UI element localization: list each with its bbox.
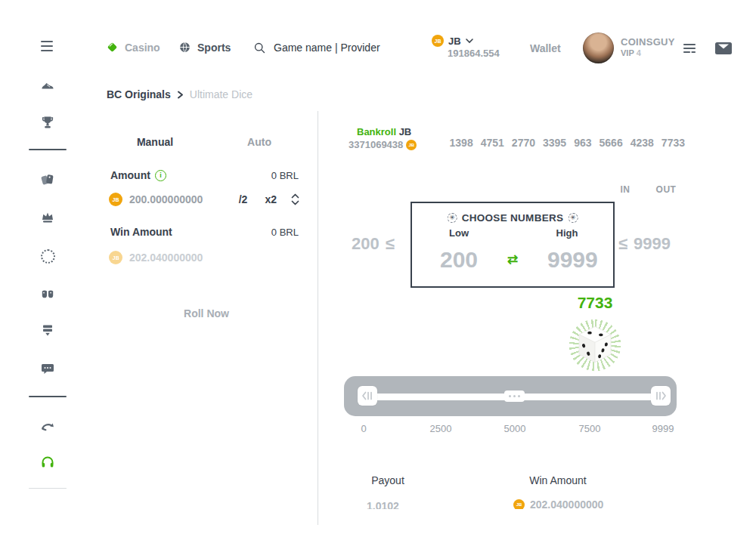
chooser-title: CHOOSE NUMBERS bbox=[462, 212, 564, 224]
bet-in-toggle[interactable]: IN bbox=[621, 184, 631, 195]
account-ticker: JB bbox=[448, 35, 461, 47]
history-item[interactable]: 7733 bbox=[662, 137, 685, 149]
tab-manual[interactable]: Manual bbox=[137, 136, 173, 148]
promotions-tags-icon[interactable] bbox=[40, 171, 55, 187]
lower-bound-value: 200 bbox=[352, 234, 380, 254]
currency-selector[interactable]: JB JB bbox=[432, 35, 473, 47]
sidebar-divider bbox=[29, 149, 67, 150]
wallet-button[interactable]: Wallet bbox=[530, 42, 561, 54]
coin-icon: JB bbox=[406, 140, 417, 150]
bc-originals-icon[interactable] bbox=[40, 248, 55, 264]
chevron-down-icon bbox=[466, 38, 473, 44]
vip-label: VIP bbox=[621, 48, 634, 57]
sports-ball-icon bbox=[178, 41, 191, 54]
win-amount-value: 202.040000000 bbox=[129, 252, 203, 264]
amount-fiat: 0 BRL bbox=[271, 170, 299, 181]
bankroll-ticker: JB bbox=[399, 126, 412, 137]
search-icon bbox=[253, 42, 266, 54]
half-bet-button[interactable]: /2 bbox=[239, 193, 248, 205]
balance: 191864.554 bbox=[448, 48, 500, 59]
low-input[interactable]: 200 bbox=[440, 247, 478, 273]
info-icon[interactable]: i bbox=[155, 170, 166, 181]
slider-low-handle[interactable] bbox=[358, 386, 377, 406]
sidebar-divider bbox=[29, 396, 67, 397]
history-item[interactable]: 1398 bbox=[450, 137, 473, 149]
vip-badge: VIP 4 bbox=[621, 48, 641, 57]
coin-icon: JB bbox=[109, 251, 122, 264]
history-item[interactable]: 4238 bbox=[631, 137, 654, 149]
slider-high-handle[interactable] bbox=[651, 386, 671, 406]
high-input[interactable]: 9999 bbox=[547, 247, 597, 273]
tick-label: 2500 bbox=[430, 423, 452, 434]
viewport-clip bbox=[321, 509, 756, 534]
menu-icon[interactable] bbox=[41, 41, 53, 51]
panel-divider bbox=[318, 111, 318, 525]
dice-icon bbox=[574, 323, 616, 366]
avatar[interactable] bbox=[583, 32, 614, 63]
double-bet-button[interactable]: x2 bbox=[265, 193, 277, 205]
bankroll-selector[interactable]: Bankroll JB bbox=[357, 126, 411, 137]
support-headphones-icon[interactable] bbox=[40, 454, 55, 469]
slider-middle-handle[interactable] bbox=[504, 390, 525, 402]
amount-row-label: Amount i bbox=[110, 169, 166, 181]
roll-history: 1398 4751 2770 3395 963 5666 4238 7733 bbox=[454, 137, 685, 149]
upper-bound-value: 9999 bbox=[634, 234, 671, 254]
breadcrumb-root[interactable]: BC Originals bbox=[107, 88, 171, 100]
chat-icon[interactable] bbox=[40, 361, 55, 376]
nav-casino[interactable]: Casino bbox=[106, 41, 160, 54]
vip-level: 4 bbox=[637, 48, 641, 57]
chevron-right-icon bbox=[177, 91, 184, 99]
bankroll-value-row: 3371069438 JB bbox=[349, 139, 417, 150]
chevron-up-icon bbox=[291, 193, 299, 199]
sports-shoe-icon[interactable] bbox=[40, 78, 55, 93]
range-slider[interactable] bbox=[344, 376, 677, 416]
history-item[interactable]: 2770 bbox=[512, 137, 535, 149]
coin-icon: JB bbox=[109, 193, 122, 206]
tick-label: 9999 bbox=[652, 423, 674, 434]
mail-icon[interactable] bbox=[715, 42, 732, 55]
swap-hand-icon[interactable] bbox=[40, 418, 55, 433]
history-item[interactable]: 963 bbox=[574, 137, 591, 149]
swap-icon[interactable]: ⇄ bbox=[507, 252, 518, 267]
sports-label: Sports bbox=[197, 42, 231, 54]
payout-label: Payout bbox=[371, 474, 404, 486]
search-input[interactable] bbox=[272, 41, 389, 54]
history-item[interactable]: 3395 bbox=[543, 137, 566, 149]
transactions-icon[interactable] bbox=[683, 42, 696, 55]
choose-numbers-box: ✳ CHOOSE NUMBERS ✳ Low High 200 ⇄ 9999 bbox=[411, 202, 615, 288]
tab-auto[interactable]: Auto bbox=[247, 136, 271, 148]
star-icon: ✳ bbox=[448, 213, 457, 223]
handle-right-icon bbox=[655, 390, 667, 401]
low-label: Low bbox=[449, 227, 469, 239]
lte-icon: ≤ bbox=[618, 234, 627, 254]
bankroll-value: 3371069438 bbox=[349, 139, 403, 150]
nav-sports[interactable]: Sports bbox=[178, 41, 231, 54]
slider-ticks: 0 2500 5000 7500 9999 bbox=[344, 423, 677, 435]
games-masks-icon[interactable] bbox=[40, 287, 55, 302]
upper-bound: ≤ 9999 bbox=[618, 234, 671, 254]
roll-now-button[interactable]: Roll Now bbox=[184, 307, 229, 319]
chevron-down-icon bbox=[291, 200, 299, 205]
footer-win-label: Win Amount bbox=[529, 474, 586, 486]
affiliate-icon[interactable] bbox=[40, 323, 55, 338]
tick-label: 7500 bbox=[579, 423, 601, 434]
casino-label: Casino bbox=[125, 42, 160, 54]
chooser-header: ✳ CHOOSE NUMBERS ✳ bbox=[448, 212, 578, 224]
amount-input[interactable]: 200.000000000 bbox=[129, 193, 232, 205]
breadcrumb: BC Originals Ultimate Dice bbox=[107, 88, 253, 100]
username: COINSGUY bbox=[621, 36, 675, 48]
lte-icon: ≤ bbox=[386, 234, 395, 254]
win-amount-row: JB 202.040000000 bbox=[109, 251, 203, 264]
lower-bound: 200 ≤ bbox=[352, 234, 395, 254]
amount-stepper[interactable] bbox=[291, 193, 299, 205]
bankroll-label: Bankroll bbox=[357, 126, 396, 137]
bet-out-toggle[interactable]: OUT bbox=[656, 184, 677, 195]
casino-diamond-icon bbox=[106, 41, 119, 54]
win-amount-label: Win Amount bbox=[110, 226, 172, 238]
trophy-icon[interactable] bbox=[40, 115, 55, 130]
vip-crown-icon[interactable] bbox=[40, 209, 55, 224]
game-search[interactable] bbox=[253, 41, 389, 54]
history-item[interactable]: 4751 bbox=[481, 137, 504, 149]
star-icon: ✳ bbox=[568, 213, 578, 223]
history-item[interactable]: 5666 bbox=[600, 137, 623, 149]
